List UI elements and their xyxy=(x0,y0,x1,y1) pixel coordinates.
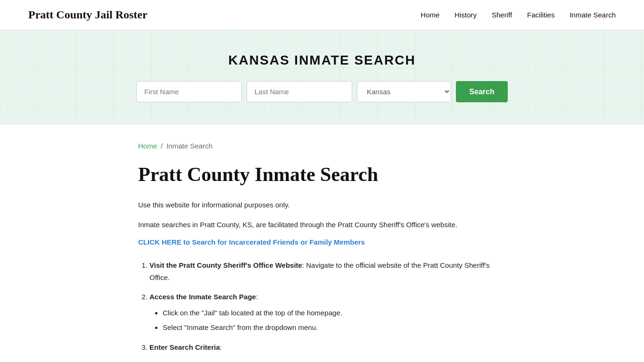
step-2-sub-2: Select "Inmate Search" from the dropdown… xyxy=(163,321,506,334)
nav-facilities[interactable]: Facilities xyxy=(527,11,554,19)
search-form: Kansas Alabama Alaska Arizona Arkansas C… xyxy=(9,81,635,102)
step-2-text: : xyxy=(256,293,258,301)
step-3-text: : xyxy=(220,343,222,351)
step-2-label: Access the Inmate Search Page xyxy=(149,293,256,301)
breadcrumb-separator: / xyxy=(161,142,163,150)
step-2-sub-1: Click on the "Jail" tab located at the t… xyxy=(163,307,506,319)
nav-history[interactable]: History xyxy=(454,11,477,19)
first-name-input[interactable] xyxy=(136,81,242,102)
step-1-label: Visit the Pratt County Sheriff's Office … xyxy=(149,261,302,269)
step-1: Visit the Pratt County Sheriff's Office … xyxy=(149,259,506,283)
step-2-sublist: Click on the "Jail" tab located at the t… xyxy=(149,307,506,334)
breadcrumb: Home / Inmate Search xyxy=(138,142,506,150)
nav-sheriff[interactable]: Sheriff xyxy=(492,11,512,19)
step-2: Access the Inmate Search Page: Click on … xyxy=(149,291,506,334)
breadcrumb-current: Inmate Search xyxy=(166,142,213,150)
state-select[interactable]: Kansas Alabama Alaska Arizona Arkansas C… xyxy=(357,81,451,102)
site-title: Pratt County Jail Roster xyxy=(28,8,148,21)
nav-home[interactable]: Home xyxy=(421,11,439,19)
step-3: Enter Search Criteria: xyxy=(149,341,506,354)
last-name-input[interactable] xyxy=(247,81,352,102)
main-content: Home / Inmate Search Pratt County Inmate… xyxy=(110,125,534,362)
site-header: Pratt County Jail Roster Home History Sh… xyxy=(0,0,644,30)
step-3-label: Enter Search Criteria xyxy=(149,343,220,351)
steps-list: Visit the Pratt County Sheriff's Office … xyxy=(138,259,506,353)
breadcrumb-home[interactable]: Home xyxy=(138,142,157,150)
para-1: Use this website for informational purpo… xyxy=(138,199,506,211)
page-body: Use this website for informational purpo… xyxy=(138,199,506,353)
click-here-link[interactable]: CLICK HERE to Search for Incarcerated Fr… xyxy=(138,238,365,246)
search-button[interactable]: Search xyxy=(456,81,508,102)
search-band: KANSAS INMATE SEARCH Kansas Alabama Alas… xyxy=(0,30,644,125)
nav-inmate-search[interactable]: Inmate Search xyxy=(570,11,616,19)
main-nav: Home History Sheriff Facilities Inmate S… xyxy=(421,11,616,19)
search-heading: KANSAS INMATE SEARCH xyxy=(9,53,635,68)
page-title: Pratt County Inmate Search xyxy=(138,163,506,186)
para-2: Inmate searches in Pratt County, KS, are… xyxy=(138,219,506,231)
